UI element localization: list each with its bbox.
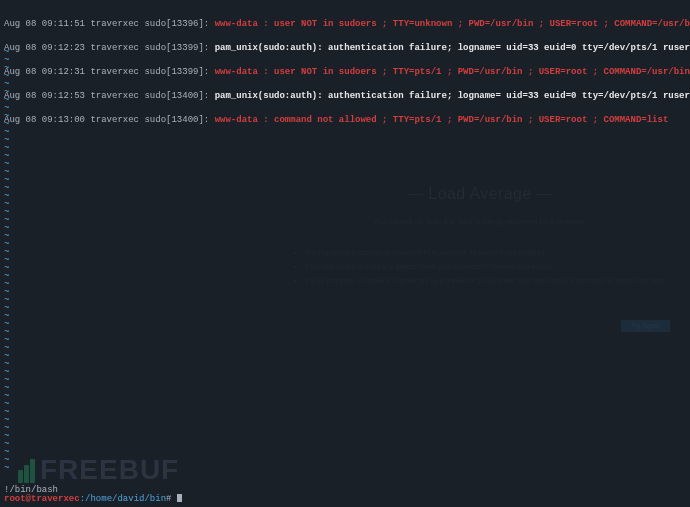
prompt-user: root@traverxec bbox=[4, 494, 80, 504]
log-line: Aug 08 09:11:51 traverxec sudo[13396]: w… bbox=[4, 20, 686, 28]
log-line: Aug 08 09:12:23 traverxec sudo[13399]: p… bbox=[4, 44, 686, 52]
prompt-hash: # bbox=[166, 494, 177, 504]
log-message: pam_unix(sudo:auth): authentication fail… bbox=[215, 43, 690, 53]
empty-line-markers: ~~~~~~~~~~~~~~~~~~~~~~~~~~~~~~~~~~~~~~~~… bbox=[4, 48, 9, 485]
prompt-area[interactable]: !/bin/bash root@traverxec:/home/david/bi… bbox=[4, 486, 182, 503]
cursor bbox=[177, 494, 182, 502]
log-timestamp: Aug 08 09:12:31 traverxec sudo[13399]: bbox=[4, 67, 215, 77]
log-timestamp: Aug 08 09:12:53 traverxec sudo[13400]: bbox=[4, 91, 215, 101]
log-line: Aug 08 09:13:00 traverxec sudo[13400]: w… bbox=[4, 116, 686, 124]
log-timestamp: Aug 08 09:12:23 traverxec sudo[13399]: bbox=[4, 43, 215, 53]
log-timestamp: Aug 08 09:11:51 traverxec sudo[13396]: bbox=[4, 19, 215, 29]
log-line: Aug 08 09:12:31 traverxec sudo[13399]: w… bbox=[4, 68, 686, 76]
log-line: Aug 08 09:12:53 traverxec sudo[13400]: p… bbox=[4, 92, 686, 100]
prompt-path: :/home/david/bin bbox=[80, 494, 166, 504]
log-message: www-data : user NOT in sudoers ; TTY=pts… bbox=[215, 67, 690, 77]
terminal-pane[interactable]: Aug 08 09:11:51 traverxec sudo[13396]: w… bbox=[0, 0, 690, 507]
prompt-line[interactable]: root@traverxec:/home/david/bin# bbox=[4, 494, 182, 503]
log-timestamp: Aug 08 09:13:00 traverxec sudo[13400]: bbox=[4, 115, 215, 125]
shell-command-line: !/bin/bash bbox=[4, 486, 182, 494]
log-message: pam_unix(sudo:auth): authentication fail… bbox=[215, 91, 690, 101]
log-message: www-data : user NOT in sudoers ; TTY=unk… bbox=[215, 19, 690, 29]
log-message: www-data : command not allowed ; TTY=pts… bbox=[215, 115, 669, 125]
